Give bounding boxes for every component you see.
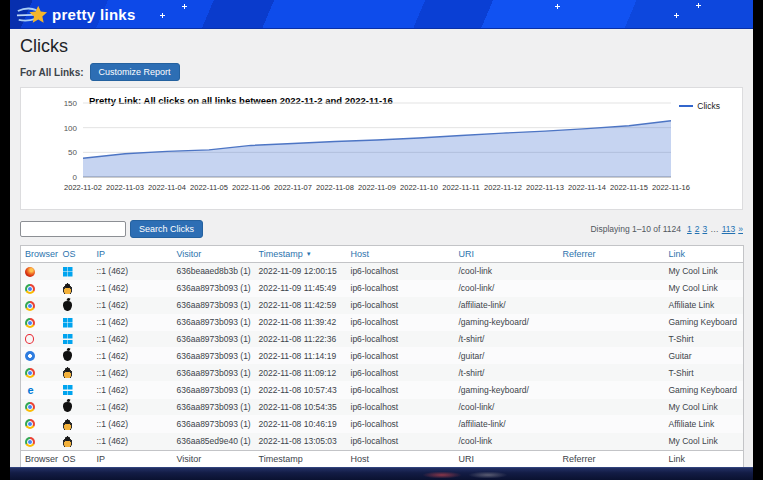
table-row: ::1 (462)636aa8973b093 (1)2022-11-08 10:… xyxy=(21,381,744,398)
table-row: ::1 (462)636aa8973b093 (1)2022-11-08 11:… xyxy=(21,364,744,381)
ip-link[interactable]: ::1 (462) xyxy=(93,381,173,398)
visitor-link[interactable]: 636aa8973b093 (1) xyxy=(173,280,255,297)
pagination-page-1[interactable]: 1 xyxy=(687,224,692,234)
search-input[interactable] xyxy=(20,221,126,237)
desktop: pretty links Clicks For All Links: Custo… xyxy=(0,0,763,480)
visitor-link[interactable]: 636aa8973b093 (1) xyxy=(173,347,255,364)
visitor-link[interactable]: 636aa8973b093 (1) xyxy=(173,399,255,416)
col-ip[interactable]: IP xyxy=(93,246,173,263)
link-link[interactable]: My Cool Link xyxy=(665,433,744,451)
ip-link[interactable]: ::1 (462) xyxy=(93,347,173,364)
ip-link[interactable]: ::1 (462) xyxy=(93,331,173,348)
pagination-page-3[interactable]: 3 xyxy=(702,224,707,234)
sparkle-icon xyxy=(696,3,701,8)
link-link[interactable]: T-Shirt xyxy=(665,364,744,381)
link-link[interactable]: Gaming Keyboard xyxy=(665,381,744,398)
clicks-chart-card: Pretty Link: All clicks on all links bet… xyxy=(20,87,743,210)
column-label: URI xyxy=(459,454,475,464)
linux-icon xyxy=(63,367,72,378)
uri-cell: /affiliate-link/ xyxy=(455,415,559,432)
pagination-page-2[interactable]: 2 xyxy=(695,224,700,234)
visitor-link[interactable]: 636aa8973b093 (1) xyxy=(173,381,255,398)
uri-cell: /cool-link xyxy=(455,263,559,280)
column-label: OS xyxy=(63,249,76,259)
svg-text:2022-11-03: 2022-11-03 xyxy=(106,183,144,192)
link-link[interactable]: My Cool Link xyxy=(665,263,744,280)
visitor-link[interactable]: 636aa8973b093 (1) xyxy=(173,297,255,314)
col-host[interactable]: Host xyxy=(347,246,455,263)
svg-text:0: 0 xyxy=(73,173,78,182)
link-link[interactable]: Gaming Keyboard xyxy=(665,314,744,331)
referrer-cell xyxy=(559,331,665,348)
desktop-taskbar-strip xyxy=(10,467,753,480)
foot-col-visitor: Visitor xyxy=(173,450,255,467)
host-cell: ip6-localhost xyxy=(347,415,455,432)
ip-link[interactable]: ::1 (462) xyxy=(93,297,173,314)
ip-link[interactable]: ::1 (462) xyxy=(93,314,173,331)
clicks-table-body: ::1 (462)636beaaed8b3b (1)2022-11-09 12:… xyxy=(21,263,744,451)
chrome-icon xyxy=(25,437,35,447)
ip-link[interactable]: ::1 (462) xyxy=(93,415,173,432)
pagination-page-113[interactable]: 113 xyxy=(722,224,736,234)
col-uri[interactable]: URI xyxy=(455,246,559,263)
clicks-table: BrowserOSIPVisitorTimestamp▼HostURIRefer… xyxy=(20,245,744,467)
link-link[interactable]: My Cool Link xyxy=(665,399,744,416)
uri-cell: /gaming-keyboard/ xyxy=(455,314,559,331)
link-link[interactable]: Affiliate Link xyxy=(665,415,744,432)
link-link[interactable]: My Cool Link xyxy=(665,280,744,297)
column-label: IP xyxy=(97,249,106,259)
referrer-cell xyxy=(559,347,665,364)
svg-text:100: 100 xyxy=(64,124,78,133)
visitor-link[interactable]: 636beaaed8b3b (1) xyxy=(173,263,255,280)
ip-link[interactable]: ::1 (462) xyxy=(93,364,173,381)
table-row: ::1 (462)636aa8973b093 (1)2022-11-08 10:… xyxy=(21,399,744,416)
foot-col-ip: IP xyxy=(93,450,173,467)
customize-report-button[interactable]: Customize Report xyxy=(90,63,180,81)
col-timestamp[interactable]: Timestamp▼ xyxy=(255,246,347,263)
timestamp-cell: 2022-11-09 12:00:15 xyxy=(255,263,347,280)
browser-cell xyxy=(21,381,59,398)
host-cell: ip6-localhost xyxy=(347,263,455,280)
visitor-link[interactable]: 636aa8973b093 (1) xyxy=(173,314,255,331)
chrome-icon xyxy=(25,368,35,378)
sparkle-icon xyxy=(160,13,165,18)
col-referrer[interactable]: Referrer xyxy=(559,246,665,263)
header-row: BrowserOSIPVisitorTimestamp▼HostURIRefer… xyxy=(21,246,744,263)
visitor-link[interactable]: 636aa85ed9e40 (1) xyxy=(173,433,255,451)
uri-cell: /cool-link/ xyxy=(455,280,559,297)
col-browser[interactable]: Browser xyxy=(21,246,59,263)
pagination-page-»[interactable]: » xyxy=(738,224,743,234)
foot-col-timestamp: Timestamp xyxy=(255,450,347,467)
pagination-summary: Displaying 1–10 of 1124 xyxy=(590,224,681,234)
browser-cell xyxy=(21,314,59,331)
col-link[interactable]: Link xyxy=(665,246,744,263)
uri-cell: /affiliate-link/ xyxy=(455,297,559,314)
chart-canvas: 0501001502022-11-022022-11-032022-11-042… xyxy=(21,88,742,209)
visitor-link[interactable]: 636aa8973b093 (1) xyxy=(173,415,255,432)
col-visitor[interactable]: Visitor xyxy=(173,246,255,263)
link-link[interactable]: T-Shirt xyxy=(665,331,744,348)
footer-row: BrowserOSIPVisitorTimestampHostURIReferr… xyxy=(21,450,744,467)
table-row: ::1 (462)636aa8973b093 (1)2022-11-09 11:… xyxy=(21,280,744,297)
visitor-link[interactable]: 636aa8973b093 (1) xyxy=(173,364,255,381)
svg-text:2022-11-07: 2022-11-07 xyxy=(274,183,312,192)
host-cell: ip6-localhost xyxy=(347,364,455,381)
visitor-link[interactable]: 636aa8973b093 (1) xyxy=(173,331,255,348)
column-label: OS xyxy=(63,454,76,464)
linux-icon xyxy=(63,419,72,430)
pretty-links-banner: pretty links xyxy=(10,0,753,29)
foot-col-link: Link xyxy=(665,450,744,467)
col-os[interactable]: OS xyxy=(59,246,93,263)
sort-desc-icon: ▼ xyxy=(306,251,312,257)
search-clicks-button[interactable]: Search Clicks xyxy=(130,220,203,238)
svg-text:150: 150 xyxy=(64,99,78,108)
link-link[interactable]: Affiliate Link xyxy=(665,297,744,314)
ip-link[interactable]: ::1 (462) xyxy=(93,263,173,280)
ip-link[interactable]: ::1 (462) xyxy=(93,399,173,416)
pretty-links-logo[interactable]: pretty links xyxy=(16,3,136,26)
link-link[interactable]: Guitar xyxy=(665,347,744,364)
ip-link[interactable]: ::1 (462) xyxy=(93,280,173,297)
host-cell: ip6-localhost xyxy=(347,399,455,416)
chrome-icon xyxy=(25,419,35,429)
ip-link[interactable]: ::1 (462) xyxy=(93,433,173,451)
